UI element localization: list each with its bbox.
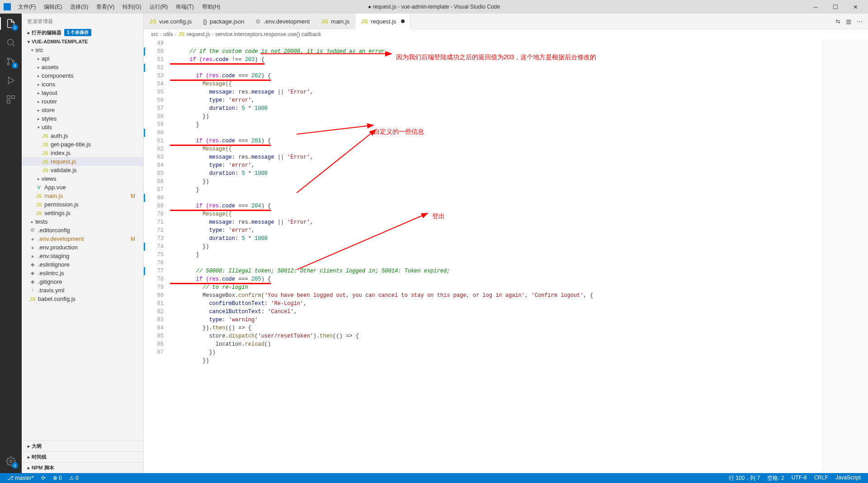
js-icon: JS — [42, 142, 49, 147]
window-title: ● request.js - vue-admin-template - Visu… — [368, 4, 500, 10]
folder-layout[interactable]: ▸layout — [22, 89, 143, 97]
dot-icon: ● — [29, 253, 36, 259]
tab-envdev[interactable]: ⚙.env.development — [250, 14, 316, 29]
status-warnings[interactable]: ⚠ 0 — [66, 475, 82, 481]
file-auth[interactable]: JSauth.js — [22, 131, 143, 140]
editor-body[interactable]: 4950515253545556575859606162636465666768… — [144, 39, 868, 473]
chevron-right-icon: ▸ — [35, 82, 42, 87]
file-envdev[interactable]: ●.env.developmentM — [22, 234, 143, 243]
file-settings[interactable]: JSsettings.js — [22, 209, 143, 217]
chevron-right-icon: ▸ — [25, 30, 32, 35]
js-icon: JS — [42, 150, 49, 156]
extensions-icon[interactable] — [5, 93, 17, 106]
annotations-overlay: 因为我们后端登陆成功之后的返回值为203，这个地方是根据后台修改的 自定义的一些… — [170, 39, 823, 473]
chevron-right-icon: ▸ — [29, 220, 35, 224]
file-travis[interactable]: !.travis.yml — [22, 286, 143, 295]
status-branch[interactable]: ⎇ master* — [4, 475, 38, 481]
modified-indicator: M — [131, 193, 135, 199]
folder-icons[interactable]: ▸icons — [22, 80, 143, 89]
settings-badge: 1 — [12, 462, 18, 469]
open-editors-section[interactable]: ▸ 打开的编辑器 1 个未保存 — [22, 28, 143, 38]
timeline-section[interactable]: ▸时间线 — [22, 451, 143, 462]
vue-icon: V — [35, 185, 42, 190]
line-numbers: 4950515253545556575859606162636465666768… — [144, 39, 170, 473]
folder-src[interactable]: ▾src — [22, 46, 143, 54]
folder-store[interactable]: ▸store — [22, 106, 143, 114]
status-errors[interactable]: ⊗ 0 — [49, 475, 66, 481]
tab-vueconfig[interactable]: JSvue.config.js — [144, 14, 198, 29]
folder-utils[interactable]: ▾utils — [22, 123, 143, 131]
file-main[interactable]: JSmain.jsM — [22, 192, 143, 200]
status-encoding[interactable]: UTF-8 — [788, 474, 811, 482]
menu-run[interactable]: 运行(R) — [146, 1, 172, 13]
js-icon: JS — [42, 168, 49, 173]
compare-icon[interactable]: ⇆ — [835, 18, 840, 25]
breadcrumb-symbol[interactable]: service.interceptors.response.use() call… — [215, 31, 321, 38]
folder-tests[interactable]: ▸tests — [22, 217, 143, 226]
breadcrumb[interactable]: src › utils › JS request.js › service.in… — [144, 29, 868, 39]
scm-icon[interactable]: 4 — [5, 55, 17, 68]
breadcrumb-part[interactable]: src — [151, 31, 158, 38]
status-sync[interactable]: ⟳ — [38, 475, 49, 481]
menu-go[interactable]: 转到(G) — [119, 1, 145, 13]
status-spaces[interactable]: 空格: 2 — [764, 474, 788, 482]
folder-assets[interactable]: ▸assets — [22, 63, 143, 71]
folder-api[interactable]: ▸api — [22, 54, 143, 63]
sidebar-title: 资源管理器 — [22, 14, 143, 28]
tab-request[interactable]: JSrequest.js — [355, 14, 410, 29]
menu-terminal[interactable]: 终端(T) — [172, 1, 197, 13]
npm-section[interactable]: ▸NPM 脚本 — [22, 462, 143, 473]
dot-icon: ● — [29, 236, 36, 242]
outline-section[interactable]: ▸大纲 — [22, 441, 143, 451]
search-icon[interactable] — [5, 36, 17, 49]
more-icon[interactable]: ⋯ — [857, 18, 863, 25]
menu-view[interactable]: 查看(V) — [93, 1, 118, 13]
breadcrumb-part[interactable]: utils — [163, 31, 173, 38]
file-eslintignore[interactable]: ◆.eslintignore — [22, 260, 143, 269]
chevron-right-icon: ▸ — [35, 56, 42, 61]
file-index[interactable]: JSindex.js — [22, 149, 143, 157]
code-area[interactable]: // if the custom code is not 20000, it i… — [170, 39, 823, 473]
gear-icon: ⚙ — [29, 227, 36, 233]
folder-router[interactable]: ▸router — [22, 97, 143, 106]
status-lang[interactable]: JavaScript — [832, 474, 864, 482]
file-eslintrc[interactable]: ◆.eslintrc.js — [22, 269, 143, 277]
file-appvue[interactable]: VApp.vue — [22, 183, 143, 192]
js-icon: JS — [29, 296, 36, 302]
file-gitignore[interactable]: ◆.gitignore — [22, 277, 143, 286]
menu-help[interactable]: 帮助(H) — [198, 1, 224, 13]
file-permission[interactable]: JSpermission.js — [22, 200, 143, 209]
file-request[interactable]: JSrequest.js — [22, 157, 143, 166]
chevron-right-icon: ▸ — [35, 65, 42, 70]
settings-icon[interactable]: 1 — [5, 455, 17, 468]
menu-selection[interactable]: 选择(S) — [66, 1, 92, 13]
menu-file[interactable]: 文件(F) — [14, 1, 39, 13]
file-envstage[interactable]: ●.env.staging — [22, 252, 143, 260]
file-getpagetitle[interactable]: JSget-page-title.js — [22, 140, 143, 149]
breadcrumb-part[interactable]: request.js — [187, 31, 210, 38]
folder-styles[interactable]: ▸styles — [22, 114, 143, 123]
menu-edit[interactable]: 编辑(E) — [40, 1, 66, 13]
explorer-icon[interactable]: 1 — [5, 17, 17, 30]
file-validate[interactable]: JSvalidate.js — [22, 166, 143, 174]
folder-views[interactable]: ▸views — [22, 174, 143, 183]
status-position[interactable]: 行 100，列 7 — [725, 474, 764, 482]
maximize-icon[interactable]: ☐ — [826, 0, 844, 13]
tab-main[interactable]: JSmain.js — [316, 14, 355, 29]
project-section[interactable]: ▾ VUE-ADMIN-TEMPLATE — [22, 38, 143, 46]
minimap[interactable] — [823, 39, 868, 473]
file-babel[interactable]: JSbabel.config.js — [22, 295, 143, 303]
tab-package[interactable]: {}package.json — [198, 14, 250, 29]
debug-icon[interactable] — [5, 74, 17, 87]
minimize-icon[interactable]: ─ — [807, 0, 825, 13]
folder-components[interactable]: ▸components — [22, 71, 143, 80]
file-editorconfig[interactable]: ⚙.editorconfig — [22, 226, 143, 234]
unsaved-badge: 1 个未保存 — [64, 29, 91, 36]
close-icon[interactable]: ✕ — [846, 0, 864, 13]
dirty-icon — [401, 19, 405, 23]
status-eol[interactable]: CRLF — [811, 474, 832, 482]
chevron-right-icon: ▸ — [35, 74, 42, 78]
chevron-down-icon: ▾ — [25, 39, 32, 44]
file-envprod[interactable]: ●.env.production — [22, 243, 143, 252]
split-icon[interactable]: ▥ — [846, 18, 851, 25]
